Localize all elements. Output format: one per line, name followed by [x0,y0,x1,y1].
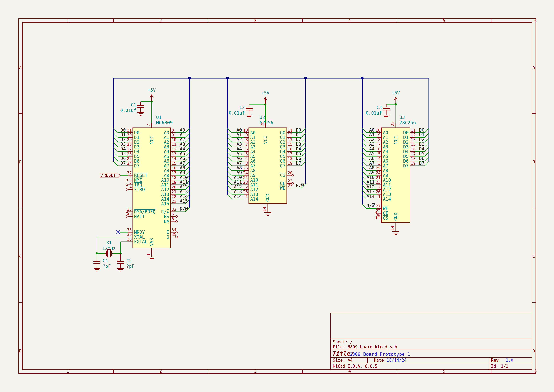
net-label[interactable]: A7 [236,161,242,166]
bus-entry-wire[interactable] [301,157,306,161]
bus-entry-wire[interactable] [114,128,118,133]
net-label[interactable]: A11 [234,180,242,185]
power-net-label[interactable]: +5V [392,90,400,96]
chip-ref[interactable]: U3 [399,115,405,120]
net-label[interactable]: D3 [120,142,126,147]
net-label[interactable]: A0 [236,127,242,133]
bus-entry-wire[interactable] [228,161,232,166]
bus-entry-wire[interactable] [362,128,367,133]
capacitor-ref[interactable]: C1 [131,102,136,107]
net-label[interactable]: D6 [296,156,301,161]
ground-icon[interactable] [246,115,252,118]
bus-entry-wire[interactable] [425,128,429,133]
bus-entry-wire[interactable] [114,161,118,166]
bus-entry-wire[interactable] [362,176,367,180]
net-label[interactable]: A14 [367,194,374,199]
bus-entry-wire[interactable] [362,161,367,166]
net-label[interactable]: A5 [369,151,374,156]
net-label[interactable]: A7 [369,161,374,166]
bus-entry-wire[interactable] [362,190,367,194]
net-label[interactable]: A9 [236,170,242,175]
bus-entry-wire[interactable] [425,152,429,156]
net-label[interactable]: A9 [180,170,185,175]
bus-entry-wire[interactable] [228,171,232,175]
bus-entry-wire[interactable] [185,157,190,161]
net-label[interactable]: D0 [120,127,126,133]
bus-entry-wire[interactable] [185,171,190,175]
bus-entry-wire[interactable] [362,195,367,199]
bus-entry-wire[interactable] [301,128,306,133]
net-label[interactable]: A13 [234,189,242,194]
net-label[interactable]: A12 [234,184,242,189]
bus-entry-wire[interactable] [425,157,429,161]
bus-entry-wire[interactable] [185,133,190,137]
capacitor-ref[interactable]: C4 [103,258,108,263]
size-field[interactable]: Size: A4 [333,358,353,363]
net-label[interactable]: D7 [120,161,126,166]
net-label[interactable]: D1 [419,132,424,137]
net-label[interactable]: D4 [419,146,424,152]
net-label[interactable]: D5 [120,151,126,156]
net-label[interactable]: D5 [296,151,301,156]
capacitor-value[interactable]: 0.01uf [366,111,382,116]
net-label[interactable]: A2 [180,137,185,142]
net-label[interactable]: D4 [120,146,126,152]
bus-entry-wire[interactable] [228,143,232,147]
bus-entry-wire[interactable] [301,143,306,147]
bus-entry-wire[interactable] [362,204,367,209]
bus-entry-wire[interactable] [301,138,306,142]
bus-entry-wire[interactable] [185,128,190,133]
sheet-field[interactable]: Sheet: / [333,340,353,344]
net-label[interactable]: A10 [367,175,374,180]
power-flag-icon[interactable]: +5V [148,88,156,102]
net-label[interactable]: D6 [419,156,424,161]
capacitor-C5[interactable]: C5?pF [117,253,134,271]
bus-entry-wire[interactable] [362,152,367,156]
bus-entry-wire[interactable] [114,143,118,147]
bus-entry-wire[interactable] [228,157,232,161]
bus-entry-wire[interactable] [362,185,367,189]
net-label[interactable]: A1 [180,132,185,137]
capacitor-value[interactable]: ?pF [103,264,111,269]
net-label[interactable]: A8 [236,165,242,171]
net-label[interactable]: A12 [180,184,188,189]
chip-ref[interactable]: U1 [156,115,162,120]
ground-icon[interactable] [137,112,144,115]
net-label[interactable]: A4 [369,146,374,152]
net-label[interactable]: A8 [369,165,374,171]
bus-entry-wire[interactable] [362,181,367,185]
bus-entry-wire[interactable] [228,166,232,171]
bus-entry-wire[interactable] [362,171,367,175]
net-label[interactable]: D6 [120,156,126,161]
ground-icon[interactable] [148,257,155,260]
power-flag-icon[interactable]: +5V [392,90,400,104]
bus-entry-wire[interactable] [228,176,232,180]
no-connect-icon[interactable] [116,230,120,234]
net-label[interactable]: D3 [296,142,301,147]
ic-U2[interactable]: U26225628VCC14GND10A0A09A1A18A2A27A3A36A… [228,115,306,216]
bus-entry-wire[interactable] [228,181,232,185]
rev-value[interactable]: 1.0 [506,358,513,363]
bus-entry-wire[interactable] [362,133,367,137]
ground-icon[interactable] [94,268,100,271]
net-label[interactable]: A3 [369,142,374,147]
capacitor-ref[interactable]: C5 [126,258,132,263]
bus-entry-wire[interactable] [228,152,232,156]
power-net-label[interactable]: +5V [262,90,270,96]
bus-entry-wire[interactable] [185,138,190,142]
bus-entry-wire[interactable] [425,138,429,142]
chip-value[interactable]: 28C256 [399,120,416,125]
net-label[interactable]: A8 [180,165,185,171]
bus-entry-wire[interactable] [362,157,367,161]
bus-entry-wire[interactable] [114,133,118,137]
global-label-reset[interactable]: /RESET [100,173,120,178]
bus-entry-wire[interactable] [425,133,429,137]
capacitor-value[interactable]: ?pF [126,264,134,269]
net-label[interactable]: D4 [296,146,301,152]
bus-entry-wire[interactable] [228,195,232,199]
bus-entry-wire[interactable] [114,138,118,142]
bus-entry-wire[interactable] [228,190,232,194]
bus-entry-wire[interactable] [362,143,367,147]
bus-entry-wire[interactable] [301,152,306,156]
chip-value[interactable]: MC6809 [156,120,173,125]
